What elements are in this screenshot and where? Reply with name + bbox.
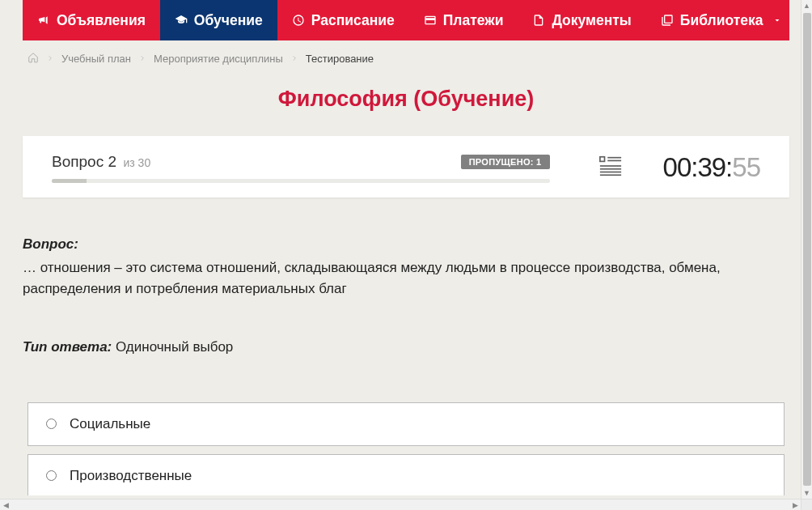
vertical-scrollbar[interactable]: ▲ ▼ [801,0,812,499]
answer-type-label: Тип ответа: [23,339,112,355]
graduation-cap-icon [175,14,188,27]
nav-education[interactable]: Обучение [160,0,277,40]
scroll-right-icon[interactable]: ▶ [789,499,801,511]
question-total: из 30 [123,156,150,169]
question-text: … отношения – это система отношений, скл… [23,257,789,300]
megaphone-icon [37,14,50,27]
option-1-radio[interactable] [46,419,57,429]
scroll-corner [801,499,812,510]
scroll-left-icon[interactable]: ◀ [0,499,11,511]
chevron-right-icon [291,53,298,65]
nav-documents[interactable]: Документы [518,0,645,40]
scroll-down-icon[interactable]: ▼ [801,487,813,499]
option-2[interactable]: Производственные [27,454,785,495]
nav-item-label: Обучение [194,12,263,29]
breadcrumb: Учебный план Мероприятие дисциплины Тест… [23,40,789,77]
page-title: Философия (Обучение) [23,87,789,112]
option-1[interactable]: Социальные [27,402,785,446]
breadcrumb-curriculum[interactable]: Учебный план [61,53,131,65]
scroll-thumb[interactable] [803,13,811,486]
timer: 00:39:55 [663,152,760,183]
horizontal-scrollbar[interactable]: ◀ ▶ [0,499,801,510]
nav-item-label: Документы [552,12,631,29]
breadcrumb-event[interactable]: Мероприятие дисциплины [154,53,283,65]
progress-bar [52,179,550,183]
skipped-badge: ПРОПУЩЕНО: 1 [461,155,550,169]
question-list-button[interactable] [598,154,623,181]
nav-item-label: Объявления [57,12,146,29]
question-number: Вопрос 2 [52,153,116,170]
svg-rect-0 [599,157,604,162]
nav-payments[interactable]: Платежи [409,0,518,40]
book-icon [661,14,674,27]
nav-item-label: Платежи [443,12,504,29]
options-list: Социальные Производственные [23,402,789,495]
nav-item-label: Расписание [311,12,395,29]
breadcrumb-current: Тестирование [306,53,374,65]
nav-item-label: Библиотека [680,12,763,29]
nav-announcements[interactable]: Объявления [23,0,160,40]
home-icon[interactable] [27,52,39,66]
navbar: Объявления Обучение Расписание Платежи [23,0,789,40]
chevron-right-icon [47,53,53,65]
option-2-radio[interactable] [46,470,57,481]
nav-schedule[interactable]: Расписание [277,0,409,40]
question-heading: Вопрос: [23,236,789,253]
card-icon [424,14,437,27]
option-1-label: Социальные [70,416,150,432]
timer-main: 00:39: [663,152,733,182]
answer-type-value: Одиночный выбор [116,339,233,355]
clock-icon [292,14,305,27]
progress-fill [52,179,87,183]
chevron-right-icon [139,53,146,65]
document-icon [532,14,545,27]
scroll-up-icon[interactable]: ▲ [801,0,813,11]
nav-library[interactable]: Библиотека [646,0,797,40]
answer-type-line: Тип ответа: Одиночный выбор [23,339,789,355]
timer-seconds: 55 [732,152,760,182]
option-2-label: Производственные [70,468,192,484]
chevron-down-icon [772,15,782,25]
question-status-card: Вопрос 2 из 30 ПРОПУЩЕНО: 1 [23,136,789,198]
